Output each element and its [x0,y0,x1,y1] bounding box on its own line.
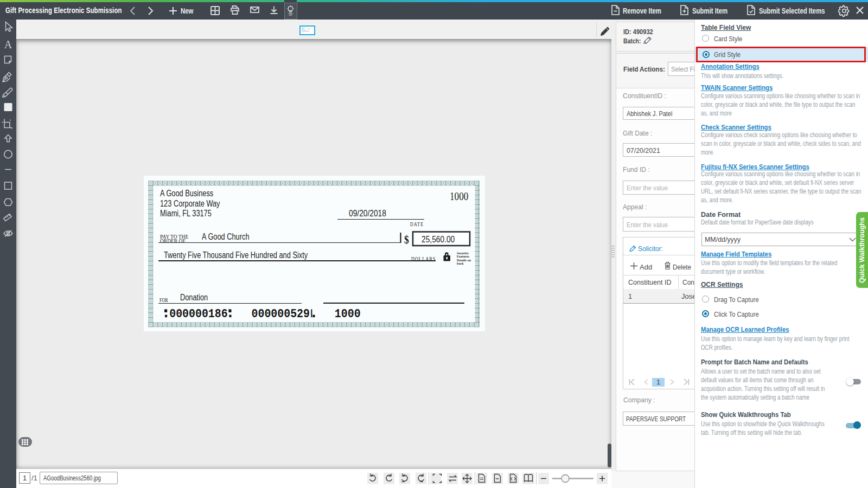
svg-text:A: A [4,38,12,50]
